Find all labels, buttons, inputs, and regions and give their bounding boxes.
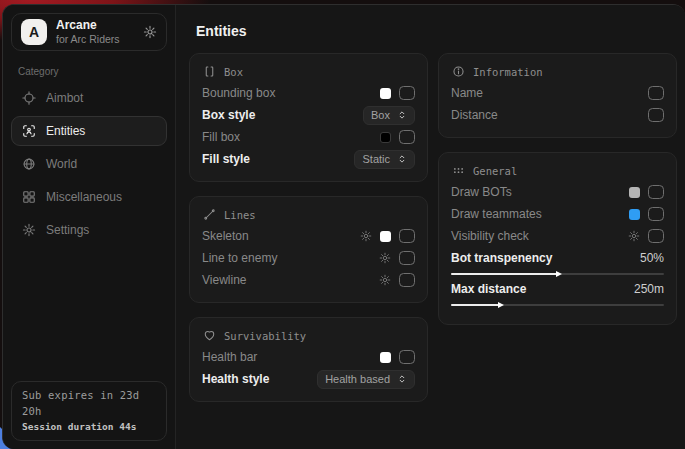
health-style-dropdown[interactable]: Health based — [317, 370, 415, 389]
category-label: Category — [18, 66, 160, 77]
slider-thumb[interactable] — [498, 302, 504, 308]
survivability-icon — [203, 329, 216, 342]
section-title: Information — [473, 66, 543, 78]
viewline-gear-icon[interactable] — [379, 274, 391, 286]
brand-card: A Arcane for Arc Riders — [11, 13, 167, 51]
brand-logo: A — [21, 19, 47, 45]
sidebar-item-label: Settings — [46, 223, 89, 237]
draw-teammates-checkbox[interactable] — [648, 207, 664, 221]
name-checkbox[interactable] — [648, 86, 664, 100]
entities-icon — [22, 124, 36, 138]
brand-logo-letter: A — [29, 24, 39, 40]
chevron-up-down-icon — [397, 374, 407, 384]
setting-row-distance: Distance — [451, 104, 664, 126]
brand-title: Arcane — [56, 18, 120, 33]
skeleton-checkbox[interactable] — [399, 229, 415, 243]
color-swatch[interactable] — [380, 88, 391, 99]
color-swatch[interactable] — [380, 132, 391, 143]
slider-value: 50% — [640, 251, 664, 265]
setting-label: Draw teammates — [451, 207, 542, 221]
sidebar: A Arcane for Arc Riders Category — [3, 5, 176, 449]
sidebar-item-label: Miscellaneous — [46, 190, 122, 204]
globe-icon — [22, 157, 36, 171]
visibility-check-gear-icon[interactable] — [628, 230, 640, 242]
color-swatch[interactable] — [380, 231, 391, 242]
line-to-enemy-checkbox[interactable] — [399, 251, 415, 265]
skeleton-gear-icon[interactable] — [360, 230, 372, 242]
line-to-enemy-gear-icon[interactable] — [379, 252, 391, 264]
setting-row-bot-transpenency: Bot transpenency 50% — [451, 251, 664, 275]
setting-row-max-distance: Max distance 250m — [451, 282, 664, 306]
sidebar-item-label: Entities — [46, 124, 85, 138]
sidebar-item-aimbot[interactable]: Aimbot — [11, 83, 167, 113]
max-distance-slider[interactable] — [451, 304, 664, 306]
left-column: Box Bounding box Box style — [189, 53, 428, 402]
draw-bots-checkbox[interactable] — [648, 185, 664, 199]
viewline-checkbox[interactable] — [399, 273, 415, 287]
sidebar-item-world[interactable]: World — [11, 149, 167, 179]
brand-subtitle: for Arc Riders — [56, 33, 120, 46]
setting-row-health-bar: Health bar — [202, 346, 415, 368]
dropdown-value: Static — [362, 153, 390, 165]
setting-label: Bot transpenency — [451, 251, 552, 265]
setting-row-box-style: Box style Box — [202, 104, 415, 126]
section-title: Box — [224, 66, 243, 78]
setting-label: Box style — [202, 108, 255, 122]
box-style-dropdown[interactable]: Box — [363, 106, 415, 125]
screen: A Arcane for Arc Riders Category — [0, 0, 685, 449]
bounding-box-checkbox[interactable] — [399, 86, 415, 100]
info-icon — [452, 65, 465, 78]
setting-row-bounding-box: Bounding box — [202, 82, 415, 104]
setting-row-visibility-check: Visibility check — [451, 225, 664, 247]
chevron-up-down-icon — [397, 154, 407, 164]
fill-box-checkbox[interactable] — [399, 130, 415, 144]
bot-transpenency-slider[interactable] — [451, 273, 664, 275]
setting-row-fill-style: Fill style Static — [202, 148, 415, 170]
setting-row-health-style: Health style Health based — [202, 368, 415, 390]
setting-label: Name — [451, 86, 483, 100]
sidebar-item-label: World — [46, 157, 77, 171]
health-bar-checkbox[interactable] — [399, 350, 415, 364]
session-duration-text: Session duration 44s — [22, 420, 156, 434]
section-title: Lines — [224, 209, 256, 221]
brand-settings-gear-icon[interactable] — [143, 25, 157, 39]
dropdown-value: Health based — [325, 373, 390, 385]
setting-row-draw-teammates: Draw teammates — [451, 203, 664, 225]
color-swatch[interactable] — [629, 187, 640, 198]
section-title: General — [473, 165, 517, 177]
information-card: Information Name Distance — [438, 53, 677, 138]
setting-row-draw-bots: Draw BOTs — [451, 181, 664, 203]
setting-label: Bounding box — [202, 86, 275, 100]
survivability-card: Survivability Health bar Health style — [189, 317, 428, 402]
visibility-check-checkbox[interactable] — [648, 229, 664, 243]
sidebar-item-miscellaneous[interactable]: Miscellaneous — [11, 182, 167, 212]
setting-label: Line to enemy — [202, 251, 277, 265]
setting-row-name: Name — [451, 82, 664, 104]
box-card: Box Bounding box Box style — [189, 53, 428, 182]
slider-thumb[interactable] — [556, 271, 562, 277]
setting-label: Distance — [451, 108, 498, 122]
sidebar-item-label: Aimbot — [46, 91, 83, 105]
setting-label: Fill style — [202, 152, 250, 166]
sidebar-item-entities[interactable]: Entities — [11, 116, 167, 146]
setting-row-skeleton: Skeleton — [202, 225, 415, 247]
page-title: Entities — [196, 23, 677, 39]
line-icon — [203, 208, 216, 221]
cheat-menu-window: A Arcane for Arc Riders Category — [2, 4, 685, 449]
sidebar-item-settings[interactable]: Settings — [11, 215, 167, 245]
color-swatch[interactable] — [380, 352, 391, 363]
setting-label: Max distance — [451, 282, 526, 296]
general-icon — [452, 164, 465, 177]
section-title: Survivability — [224, 330, 306, 342]
fill-style-dropdown[interactable]: Static — [354, 150, 415, 169]
crosshair-icon — [22, 91, 36, 105]
distance-checkbox[interactable] — [648, 108, 664, 122]
color-swatch[interactable] — [629, 209, 640, 220]
setting-label: Visibility check — [451, 229, 529, 243]
setting-label: Viewline — [202, 273, 246, 287]
setting-label: Health style — [202, 372, 269, 386]
setting-label: Health bar — [202, 350, 257, 364]
brackets-icon — [203, 65, 216, 78]
setting-row-viewline: Viewline — [202, 269, 415, 291]
dropdown-value: Box — [371, 109, 390, 121]
